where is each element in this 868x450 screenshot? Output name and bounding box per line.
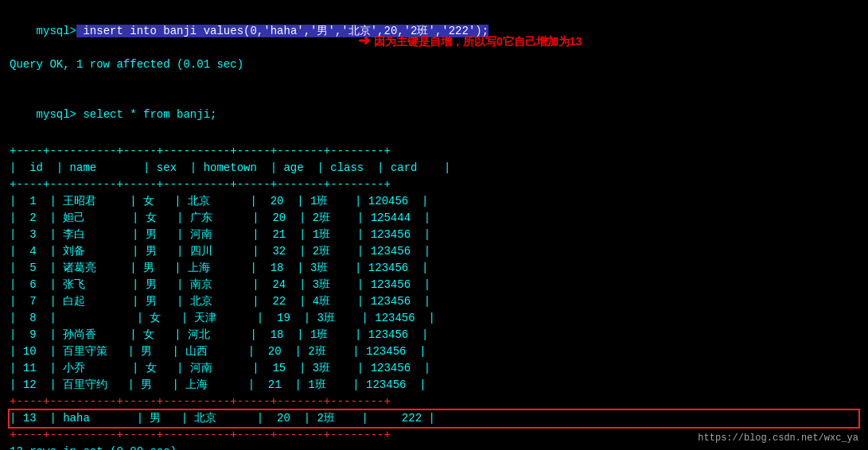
- table-header: | id | name | sex | hometown | age | cla…: [10, 160, 858, 177]
- select-cmd: select * from banji;: [76, 108, 216, 121]
- table-row: | 5 | 诸葛亮 | 男 | 上海 | 18 | 3班 | 123456 |: [10, 260, 858, 277]
- select-command-line: mysql> select * from banji;: [10, 90, 858, 140]
- table-row: | 3 | 李白 | 男 | 河南 | 21 | 1班 | 123456 |: [10, 227, 858, 243]
- divider-header: +----+----------+-----+----------+-----+…: [10, 177, 858, 193]
- annotation: ➜ 因为主键是自增，所以写0它自己增加为13: [358, 32, 582, 49]
- table-row: | 11 | 小乔 | 女 | 河南 | 15 | 3班 | 123456 |: [10, 360, 858, 377]
- table-row: | 4 | 刘备 | 男 | 四川 | 32 | 2班 | 123456 |: [10, 243, 858, 260]
- divider-before-last: +----+----------+-----+----------+-----+…: [10, 394, 858, 410]
- query-ok-line: Query OK, 1 row affected (0.01 sec): [10, 56, 858, 73]
- prompt-1: mysql>: [37, 25, 76, 37]
- empty-line-1: [10, 73, 858, 90]
- terminal-window: mysql> insert into banji values(0,'haha'…: [0, 0, 868, 450]
- prompt-2: mysql>: [37, 108, 76, 121]
- results-table: +----+----------+-----+----------+-----+…: [10, 143, 858, 444]
- annotation-text: 因为主键是自增，所以写0它自己增加为13: [374, 35, 582, 48]
- result-count: 13 rows in set (0.00 sec): [10, 444, 858, 450]
- table-row: | 1 | 王昭君 | 女 | 北京 | 20 | 1班 | 120456 |: [10, 193, 858, 210]
- arrow-icon: ➜: [358, 33, 374, 48]
- table-row: | 9 | 孙尚香 | 女 | 河北 | 18 | 1班 | 123456 |: [10, 327, 858, 343]
- table-row: | 10 | 百里守策 | 男 | 山西 | 20 | 2班 | 123456 …: [10, 343, 858, 360]
- table-row: | 7 | 白起 | 男 | 北京 | 22 | 4班 | 123456 |: [10, 293, 858, 310]
- table-row: | 6 | 张飞 | 男 | 南京 | 24 | 3班 | 123456 |: [10, 277, 858, 293]
- table-row: | 2 | 妲己 | 女 | 广东 | 20 | 2班 | 125444 |: [10, 210, 858, 227]
- table-row: | 12 | 百里守约 | 男 | 上海 | 21 | 1班 | 123456 …: [10, 377, 858, 394]
- table-row: | 8 | | 女 | 天津 | 19 | 3班 | 123456 |: [10, 310, 858, 327]
- divider-top: +----+----------+-----+----------+-----+…: [10, 143, 858, 160]
- table-row-last: | 13 | haha | 男 | 北京 | 20 | 2班 | 222 |: [10, 410, 858, 427]
- watermark: https://blog.csdn.net/wxc_ya: [698, 433, 858, 444]
